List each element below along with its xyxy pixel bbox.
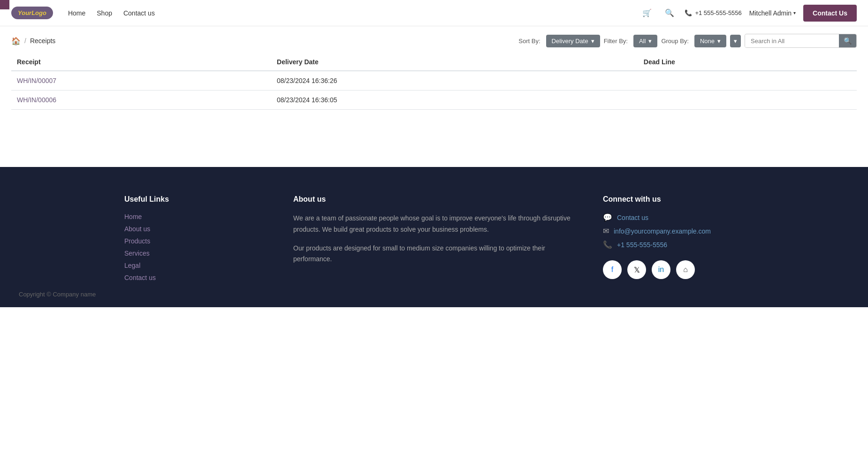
filter-by-label: Filter By: [604,38,628,45]
table-row[interactable]: WH/IN/00007 08/23/2024 16:36:26 [11,71,857,91]
social-twitter-button[interactable]: 𝕏 [627,260,646,279]
toolbar: 🏠 / Receipts Sort By: Delivery Date ▾ Fi… [0,26,868,53]
cell-delivery-date: 08/23/2024 16:36:05 [271,91,638,110]
footer-link-about-us[interactable]: About us [124,225,265,233]
email-icon: ✉ [603,227,609,235]
footer-link-home[interactable]: Home [124,213,265,220]
search-wrap: 🔍 [745,34,857,48]
group-by-button[interactable]: None ▾ [694,35,726,47]
user-name: Mitchell Admin [749,9,792,17]
connect-item-link: 💬 Contact us [603,213,744,222]
search-submit-button[interactable]: 🔍 [839,34,856,47]
breadcrumb: 🏠 / Receipts [11,37,55,45]
phone-display: 📞 +1 555-555-5556 [685,9,741,16]
connect-item-phone: 📞 +1 555-555-5556 [603,240,744,249]
phone-link[interactable]: +1 555-555-5556 [617,241,667,249]
user-menu[interactable]: Mitchell Admin ▾ [749,9,796,17]
search-button[interactable]: 🔍 [662,6,677,20]
table-row[interactable]: WH/IN/00006 08/23/2024 16:36:05 [11,91,857,110]
logo: YourLogo [11,7,53,19]
about-paragraph-2: Our products are designed for small to m… [293,243,575,265]
table-header: Receipt Delivery Date Dead Line [11,53,857,71]
sort-by-button[interactable]: Delivery Date ▾ [546,35,600,47]
sort-by-value: Delivery Date [552,38,588,45]
email-link[interactable]: info@yourcompany.example.com [614,227,711,235]
contact-us-button[interactable]: Contact Us [803,5,857,22]
cell-delivery-date: 08/23/2024 16:36:26 [271,71,638,91]
filter-chevron-icon: ▾ [648,38,652,45]
header-left: YourLogo Home Shop Contact us [11,7,155,19]
about-title: About us [293,195,575,204]
about-paragraph-1: We are a team of passionate people whose… [293,213,575,235]
logo-text-logo: Logo [31,9,46,16]
phone-icon: 📞 [603,240,612,249]
useful-links-title: Useful Links [124,195,265,204]
footer-link-contact-us[interactable]: Contact us [124,274,265,281]
connect-items-list: 💬 Contact us ✉ info@yourcompany.example.… [603,213,744,249]
table-body: WH/IN/00007 08/23/2024 16:36:26 WH/IN/00… [11,71,857,110]
toolbar-controls: Sort By: Delivery Date ▾ Filter By: All … [518,34,857,48]
filter-by-button[interactable]: All ▾ [633,35,657,47]
extra-options-button[interactable]: ▾ [730,35,741,47]
main-nav: Home Shop Contact us [68,9,155,17]
social-facebook-button[interactable]: f [603,260,622,279]
footer-link-services[interactable]: Services [124,250,265,257]
group-by-value: None [700,38,715,45]
footer-link-legal[interactable]: Legal [124,262,265,269]
link-icon: 💬 [603,213,612,222]
logo-box: YourLogo [11,7,53,19]
sort-by-label: Sort By: [518,38,540,45]
cell-receipt[interactable]: WH/IN/00007 [11,71,271,91]
footer-copyright: Copyright © Company name [0,291,868,307]
cell-deadline [638,91,857,110]
footer-links-list: HomeAbout usProductsServicesLegalContact… [124,213,265,281]
footer-link-products[interactable]: Products [124,237,265,245]
footer-inner: Useful Links HomeAbout usProductsService… [106,195,762,281]
cart-button[interactable]: 🛒 [640,6,655,20]
connect-title: Connect with us [603,195,744,204]
logo-text-your: Your [18,9,31,16]
group-by-label: Group By: [661,38,689,45]
chevron-down-icon: ▾ [793,10,796,15]
col-deadline: Dead Line [638,53,857,71]
home-icon[interactable]: 🏠 [11,37,21,45]
col-receipt: Receipt [11,53,271,71]
filter-by-value: All [639,38,646,45]
footer-connect: Connect with us 💬 Contact us ✉ info@your… [603,195,744,281]
sort-chevron-icon: ▾ [591,38,594,45]
main-content: 🏠 / Receipts Sort By: Delivery Date ▾ Fi… [0,26,868,167]
link-link[interactable]: Contact us [617,214,648,221]
search-input[interactable] [745,35,839,47]
nav-shop[interactable]: Shop [97,9,112,17]
phone-icon: 📞 [685,9,692,16]
social-website-button[interactable]: ⌂ [676,260,695,279]
breadcrumb-separator: / [24,37,26,45]
receipts-table: Receipt Delivery Date Dead Line WH/IN/00… [11,53,857,110]
nav-contact[interactable]: Contact us [123,9,155,17]
footer: Useful Links HomeAbout usProductsService… [0,167,868,307]
cell-deadline [638,71,857,91]
header: YourLogo Home Shop Contact us 🛒 🔍 📞 +1 5… [0,0,868,26]
group-chevron-icon: ▾ [717,38,721,45]
connect-item-email: ✉ info@yourcompany.example.com [603,227,744,235]
footer-about: About us We are a team of passionate peo… [293,195,575,281]
nav-home[interactable]: Home [68,9,85,17]
corner-badge [0,0,9,9]
cell-receipt[interactable]: WH/IN/00006 [11,91,271,110]
table-container: Receipt Delivery Date Dead Line WH/IN/00… [0,53,868,110]
footer-useful-links: Useful Links HomeAbout usProductsService… [124,195,265,281]
header-right: 🛒 🔍 📞 +1 555-555-5556 Mitchell Admin ▾ C… [640,5,857,22]
social-icons: f𝕏in⌂ [603,260,744,279]
breadcrumb-receipts: Receipts [30,37,55,45]
col-delivery-date: Delivery Date [271,53,638,71]
social-linkedin-button[interactable]: in [652,260,670,279]
phone-number: +1 555-555-5556 [695,9,741,16]
